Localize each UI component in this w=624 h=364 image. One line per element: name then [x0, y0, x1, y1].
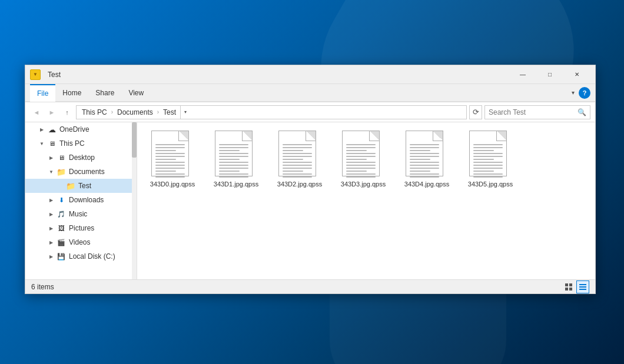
- file-item-2[interactable]: 343D2.jpg.qpss: [270, 128, 329, 191]
- doc-icon-2: [278, 131, 316, 176]
- videos-expand-icon[interactable]: ▶: [47, 238, 56, 247]
- sidebar-item-desktop[interactable]: ▶ 🖥 Desktop: [25, 151, 137, 165]
- doc-line: [346, 159, 367, 160]
- tab-file[interactable]: File: [30, 84, 55, 102]
- sidebar-item-videos[interactable]: ▶ 🎬 Videos: [25, 235, 137, 249]
- svg-rect-4: [579, 284, 586, 285]
- sidebar-label-onedrive: OneDrive: [59, 125, 89, 133]
- file-name-4: 343D4.jpg.qpss: [404, 180, 449, 188]
- doc-line: [410, 147, 439, 148]
- sidebar-item-localdisk[interactable]: ▶ 💾 Local Disk (C:): [25, 249, 137, 263]
- sidebar-scrollbar[interactable]: [132, 122, 137, 279]
- forward-button[interactable]: ►: [45, 106, 58, 119]
- doc-line: [219, 165, 248, 166]
- help-button[interactable]: ?: [579, 87, 590, 99]
- sidebar-item-downloads[interactable]: ▶ ⬇ Downloads: [25, 193, 137, 207]
- doc-line: [283, 159, 303, 160]
- file-item-4[interactable]: 343D4.jpg.qpss: [397, 128, 456, 191]
- doc-line: [346, 168, 376, 169]
- file-item-0[interactable]: 343D0.jpg.qpss: [143, 128, 202, 191]
- doc-line: [283, 176, 312, 178]
- onedrive-expand-icon[interactable]: ▶: [37, 125, 47, 134]
- thispc-expand-icon[interactable]: ▼: [37, 139, 47, 148]
- file-icon-5: [469, 131, 512, 178]
- localdisk-expand-icon[interactable]: ▶: [47, 252, 56, 261]
- minimize-button[interactable]: —: [509, 65, 536, 84]
- doc-line: [473, 168, 503, 169]
- up-button[interactable]: ↑: [61, 106, 74, 119]
- doc-line: [219, 173, 248, 175]
- view-medium-icons-button[interactable]: [562, 280, 575, 293]
- search-input[interactable]: [489, 108, 577, 116]
- back-button[interactable]: ◄: [30, 106, 43, 119]
- path-segment-test[interactable]: Test: [161, 108, 178, 117]
- sidebar-label-thispc: This PC: [59, 139, 85, 148]
- doc-line: [346, 165, 376, 166]
- doc-line: [155, 173, 185, 175]
- doc-line: [473, 144, 503, 145]
- doc-line: [219, 171, 240, 172]
- view-details-button[interactable]: [576, 280, 589, 293]
- music-expand-icon[interactable]: ▶: [47, 209, 56, 219]
- documents-expand-icon[interactable]: ▼: [47, 167, 56, 176]
- search-box[interactable]: 🔍: [484, 105, 590, 119]
- doc-line: [283, 168, 312, 169]
- doc-line: [346, 176, 376, 178]
- window-title: Test: [45, 71, 509, 79]
- doc-line: [410, 168, 439, 169]
- sidebar-item-onedrive[interactable]: ▶ ☁ OneDrive: [25, 122, 137, 136]
- doc-line: [155, 171, 176, 172]
- sidebar-scroll[interactable]: ▶ ☁ OneDrive ▼ 🖥 This PC ▶ 🖥 Desktop: [25, 122, 137, 279]
- search-icon[interactable]: 🔍: [577, 108, 586, 116]
- doc-lines-3: [346, 144, 376, 178]
- main-area: ▶ ☁ OneDrive ▼ 🖥 This PC ▶ 🖥 Desktop: [25, 122, 595, 279]
- sidebar-item-thispc[interactable]: ▼ 🖥 This PC: [25, 136, 137, 151]
- path-dropdown-button[interactable]: ▾: [180, 105, 190, 119]
- doc-line: [219, 159, 240, 160]
- sidebar-item-test[interactable]: ▶ 📁 Test: [25, 179, 137, 193]
- file-name-2: 343D2.jpg.qpss: [277, 180, 322, 188]
- music-icon: 🎵: [56, 209, 67, 219]
- path-segment-documents[interactable]: Documents: [115, 108, 155, 117]
- pictures-expand-icon[interactable]: ▶: [47, 223, 56, 233]
- tab-share[interactable]: Share: [88, 84, 121, 102]
- doc-line: [473, 159, 494, 160]
- doc-line: [219, 144, 248, 145]
- path-chevron-1: ›: [111, 109, 113, 115]
- doc-lines-1: [219, 144, 248, 178]
- maximize-button[interactable]: □: [536, 65, 563, 84]
- file-item-1[interactable]: 343D1.jpg.qpss: [207, 128, 265, 191]
- doc-line: [283, 144, 312, 145]
- doc-line: [410, 144, 439, 145]
- tab-home[interactable]: Home: [55, 84, 88, 102]
- ribbon-expand-icon[interactable]: ▾: [567, 87, 579, 99]
- quick-access-button[interactable]: ▼: [30, 69, 41, 80]
- downloads-icon: ⬇: [56, 195, 67, 205]
- tab-view[interactable]: View: [121, 84, 151, 102]
- doc-line: [473, 162, 503, 163]
- doc-line: [346, 162, 376, 163]
- doc-line: [410, 176, 439, 178]
- svg-rect-5: [579, 286, 586, 288]
- desktop-expand-icon[interactable]: ▶: [47, 153, 56, 162]
- desktop-icon: 🖥: [56, 152, 67, 163]
- close-button[interactable]: ✕: [563, 65, 590, 84]
- doc-line: [283, 173, 312, 175]
- path-segment-thispc[interactable]: This PC: [80, 108, 109, 117]
- file-area: 343D0.jpg.qpss: [137, 122, 595, 279]
- doc-line: [283, 156, 312, 157]
- sidebar-item-documents[interactable]: ▼ 📁 Documents: [25, 165, 137, 179]
- file-item-3[interactable]: 343D3.jpg.qpss: [334, 128, 393, 191]
- file-name-3: 343D3.jpg.qpss: [341, 180, 386, 188]
- address-path[interactable]: This PC › Documents › Test ▾: [76, 105, 467, 119]
- refresh-button[interactable]: ⟳: [469, 105, 482, 119]
- doc-line: [283, 150, 303, 151]
- svg-rect-6: [579, 289, 586, 290]
- doc-line: [219, 147, 248, 148]
- downloads-expand-icon[interactable]: ▶: [47, 195, 56, 205]
- sidebar-item-pictures[interactable]: ▶ 🖼 Pictures: [25, 221, 137, 235]
- file-name-1: 343D1.jpg.qpss: [214, 180, 258, 188]
- sidebar-item-music[interactable]: ▶ 🎵 Music: [25, 207, 137, 221]
- sidebar-scrollbar-thumb: [132, 122, 137, 158]
- file-item-5[interactable]: 343D5.jpg.qpss: [461, 128, 520, 191]
